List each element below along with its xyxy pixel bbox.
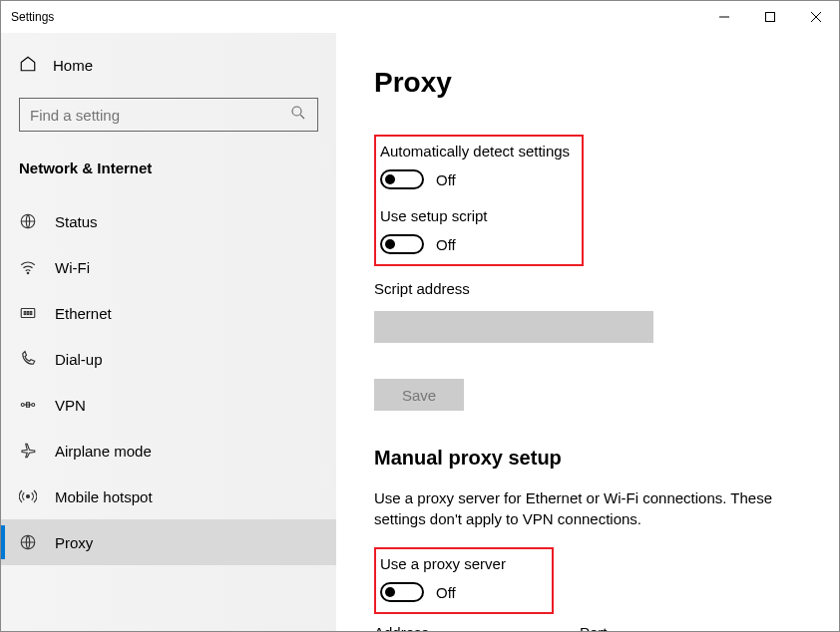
use-proxy-toggle[interactable] — [380, 582, 424, 602]
svg-point-4 — [292, 107, 301, 116]
home-link[interactable]: Home — [19, 55, 318, 76]
svg-point-7 — [27, 272, 29, 274]
main-content: Proxy Automatically detect settings Off … — [336, 33, 839, 631]
svg-rect-9 — [24, 312, 26, 315]
proxy-icon — [19, 533, 37, 551]
svg-rect-11 — [30, 312, 32, 315]
highlight-manual-proxy: Use a proxy server Off — [374, 547, 554, 614]
sidebar-item-proxy[interactable]: Proxy — [1, 519, 336, 565]
svg-rect-1 — [766, 13, 775, 22]
sidebar-item-airplane[interactable]: Airplane mode — [1, 428, 336, 474]
svg-point-12 — [21, 404, 24, 407]
save-button[interactable]: Save — [374, 379, 464, 411]
script-address-label: Script address — [374, 280, 817, 297]
auto-detect-state: Off — [436, 171, 456, 188]
use-proxy-label: Use a proxy server — [380, 555, 542, 572]
search-field[interactable] — [30, 107, 289, 124]
svg-point-13 — [32, 404, 35, 407]
sidebar-item-dialup[interactable]: Dial-up — [1, 336, 336, 382]
svg-rect-10 — [27, 312, 29, 315]
sidebar-item-label: Dial-up — [55, 351, 103, 368]
sidebar-item-label: Wi-Fi — [55, 259, 90, 276]
sidebar-item-label: Ethernet — [55, 305, 112, 322]
search-icon — [289, 104, 307, 126]
highlight-auto-setup: Automatically detect settings Off Use se… — [374, 135, 584, 266]
address-label: Address — [374, 624, 544, 631]
manual-desc: Use a proxy server for Ethernet or Wi-Fi… — [374, 487, 813, 529]
setup-script-toggle[interactable] — [380, 234, 424, 254]
dialup-icon — [19, 350, 37, 368]
sidebar: Home Network & Internet Status Wi-Fi Eth… — [1, 33, 336, 631]
sidebar-item-ethernet[interactable]: Ethernet — [1, 290, 336, 336]
status-icon — [19, 212, 37, 230]
auto-detect-label: Automatically detect settings — [380, 143, 572, 159]
sidebar-item-label: Proxy — [55, 534, 93, 551]
svg-rect-8 — [21, 309, 35, 318]
sidebar-item-label: Airplane mode — [55, 443, 152, 460]
maximize-button[interactable] — [747, 1, 793, 33]
home-icon — [19, 55, 37, 76]
sidebar-item-status[interactable]: Status — [1, 198, 336, 244]
close-button[interactable] — [793, 1, 839, 33]
setup-script-label: Use setup script — [380, 207, 572, 224]
airplane-icon — [19, 442, 37, 460]
page-title: Proxy — [374, 67, 817, 99]
hotspot-icon — [19, 487, 37, 505]
sidebar-item-wifi[interactable]: Wi-Fi — [1, 244, 336, 290]
svg-line-5 — [300, 115, 304, 119]
search-input[interactable] — [19, 98, 318, 132]
sidebar-item-hotspot[interactable]: Mobile hotspot — [1, 474, 336, 519]
vpn-icon — [19, 396, 37, 414]
script-address-input[interactable] — [374, 311, 653, 343]
category-heading: Network & Internet — [19, 159, 318, 176]
manual-heading: Manual proxy setup — [374, 447, 817, 470]
ethernet-icon — [19, 304, 37, 322]
wifi-icon — [19, 258, 37, 276]
minimize-button[interactable] — [701, 1, 747, 33]
window-title: Settings — [11, 10, 54, 24]
sidebar-item-label: VPN — [55, 397, 86, 414]
svg-point-16 — [27, 495, 30, 498]
sidebar-item-label: Mobile hotspot — [55, 488, 153, 505]
sidebar-item-vpn[interactable]: VPN — [1, 382, 336, 428]
use-proxy-state: Off — [436, 584, 456, 601]
auto-detect-toggle[interactable] — [380, 169, 424, 189]
port-label: Port — [580, 624, 659, 631]
sidebar-item-label: Status — [55, 213, 98, 230]
setup-script-state: Off — [436, 236, 456, 253]
home-label: Home — [53, 57, 93, 74]
